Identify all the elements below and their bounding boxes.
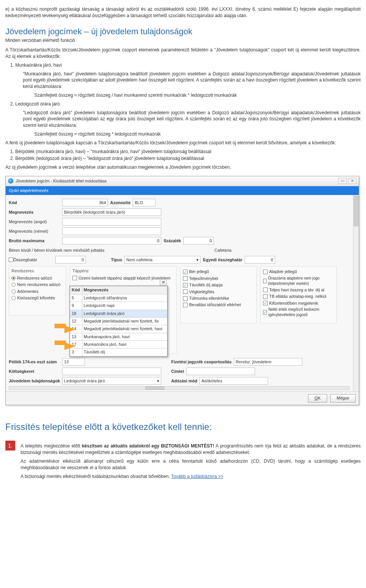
cancel-button[interactable]: Mégse — [330, 394, 356, 402]
section-heading-jovedelem: Jövedelem jogcímek – új jövedelem tulajd… — [5, 26, 361, 38]
paragraph-auto: Az új jövedelem jogcímek a verzió telepí… — [5, 164, 361, 171]
group-flags-2: Alapbér jellegű Óraszáma alapbérre nem j… — [260, 266, 337, 323]
checkbox-vegkielegites[interactable]: Végkielégítés — [183, 289, 254, 295]
field-egyedi[interactable]: 0 — [245, 256, 275, 264]
dialog-jovedelem-jogcim: Jövedelem jogcím - Kiválasztott tétel mó… — [5, 176, 359, 405]
kb-link[interactable]: Tovább a tudásbázisra >> — [171, 474, 223, 479]
restore-button[interactable]: ▭ — [338, 178, 347, 184]
vertical-scrollbar[interactable] — [353, 195, 359, 391]
dropdown-row[interactable]: 13Munkanapokra járó, havi — [70, 333, 167, 340]
item-body: "Ledolgozott órára járó" jövedelem tulaj… — [23, 110, 361, 129]
field-megnevezes-de[interactable] — [62, 227, 161, 235]
section-subtitle: Minden verzióban elérhető funkció — [5, 37, 361, 44]
label-fiz-csop: Fizetési jegyzék csoportosítás — [169, 359, 234, 365]
highlight-arrow-icon — [64, 342, 76, 350]
step-paragraph: A telepítés megkezdése előtt készítsen a… — [21, 443, 361, 456]
radio-adomentes[interactable]: Adómentes — [11, 289, 63, 294]
section-desc: A Törzskarbantartás/Közös törzsek/Jövede… — [5, 47, 361, 60]
checkbox-bevallasi[interactable]: Bevallási időszaktól eltérhet — [183, 302, 254, 308]
formula: Számfejtett összeg = rögzített összeg / … — [34, 92, 361, 99]
dropdown-col-megnevezes: Megnevezés — [82, 286, 167, 294]
label-jov-tulajdonsagok: Jövedelem tulajdonságok — [9, 378, 62, 384]
form-area: Kód 364 Azonosító BLO Megnevezés Bérpótl… — [6, 195, 353, 391]
label-cafeteria: Cafeteria — [214, 248, 231, 253]
titlebar: Jövedelem jogcím - Kiválasztott tétel mó… — [6, 176, 359, 186]
formula: Számfejtett összeg = rögzített összeg * … — [34, 131, 361, 137]
dropdown-row[interactable]: 12Megadott jelenlétadatnál nem fizetett,… — [70, 317, 167, 325]
field-koltsegkeret[interactable] — [62, 368, 161, 375]
field-tipus[interactable]: Nem cafeteria ▾ — [124, 256, 201, 264]
dropdown-row-selected[interactable]: 18Ledolgozott órára járó — [70, 310, 167, 317]
dropdown-col-kod: Kód — [70, 286, 82, 294]
label-tipus: Típus — [109, 257, 124, 263]
field-adozasi-mod[interactable]: Adóköteles — [199, 377, 268, 385]
field-megnevezes[interactable]: Bérpótlék (ledolgozott órára járó) — [62, 208, 161, 216]
dropdown-close-icon[interactable]: ✕ — [160, 279, 167, 285]
label-beren-kivuli: Béren kívüli / béren kívülinek nem minős… — [9, 248, 104, 253]
step-1: 1. A telepítés megkezdése előtt készítse… — [5, 441, 361, 482]
checkbox-osszeghatar[interactable] — [9, 257, 13, 262]
field-brutto-max[interactable]: 0 — [62, 237, 161, 244]
label-egyedi: Egyedi összeghatár — [201, 257, 244, 263]
field-cimlet[interactable] — [186, 368, 255, 375]
field-jov-tulajdonsagok[interactable]: Ledolgozott órára járó▾ — [62, 377, 161, 385]
field-potlek174[interactable]: 13 — [62, 358, 85, 366]
step-paragraph: Az adatmentéskor elkészült állományt cél… — [21, 458, 361, 471]
checkbox-kifizetendoben[interactable]: ✓Kifizetendőben megjelenik — [263, 300, 334, 306]
dropdown-jovedelem-tulajdonsag: ✕ Kód Megnevezés 5Ledolgozott időarányos… — [69, 286, 168, 357]
dropdown-row[interactable]: 17Munkaórákra járó, havi — [70, 341, 167, 348]
group-tappenz-header: Táppénz — [72, 268, 174, 274]
checkbox-teljesitmenyber[interactable]: Teljesítménybér — [183, 276, 254, 281]
radio-kisosszegu[interactable]: Kisösszegű kifizetés — [11, 295, 63, 301]
list-item: Munkaórákra járó, havi "Munkaórákra járó… — [15, 62, 361, 99]
field-kod[interactable]: 364 — [62, 199, 108, 206]
app-icon — [8, 178, 13, 184]
label-osszeghatar: Összeghatár — [13, 257, 55, 263]
highlight-arrow-icon — [64, 326, 76, 333]
dialog-footer: OK Mégse — [6, 391, 359, 404]
checkbox-alapber[interactable]: Alapbér jellegű — [263, 269, 334, 275]
group-flags-1: ✓Bér jellegű Teljesítménybér ✓Távolléti … — [180, 266, 257, 323]
list-item: Ledolgozott órára járó "Ledolgozott órár… — [15, 101, 361, 137]
dropdown-row[interactable]: 14Megadott jelenlétadatnál nem fizetett,… — [70, 325, 167, 333]
dropdown-row[interactable]: 3Távolléti díj — [70, 348, 167, 356]
field-azonosito[interactable]: BLO — [133, 199, 156, 206]
checkbox-tulmunka[interactable]: Túlmunka ellenértéke — [183, 296, 254, 301]
dropdown-row[interactable]: 5Ledolgozott időarányos — [70, 294, 167, 302]
checkbox-tavolleti-alap[interactable]: ✓Távolléti díj alapja — [183, 282, 254, 288]
dropdown-row[interactable]: 9Ledolgozott napi — [70, 302, 167, 310]
label-potlek174: Pótlék 174-es oszt szám — [9, 359, 62, 365]
field-osszeghatar[interactable]: 0 — [55, 256, 86, 264]
label-adozasi-mod: Adózási mód — [169, 378, 199, 384]
label-cimlet: Címlet — [169, 369, 186, 374]
dropdown-table: Kód Megnevezés 5Ledolgozott időarányos 9… — [70, 286, 167, 356]
label-azonosito: Azonosító — [108, 200, 133, 206]
group-rendszeres: Rendszeres Rendszeres adózó Nem rendszer… — [9, 266, 66, 316]
checkbox-netto-megorzo[interactable]: ✓Nettó érték megőrző kedvezm igénybevéte… — [263, 307, 334, 318]
checkbox-tb-ellatas[interactable]: TB ellátás adóalap-kieg. nélkül — [263, 294, 334, 299]
field-megnevezes-en[interactable] — [62, 218, 161, 225]
ok-button[interactable]: OK — [308, 394, 327, 402]
section-banner: Gyári alapértelmezés — [6, 186, 359, 195]
checkbox-ber-jellegu[interactable]: ✓Bér jellegű — [183, 269, 254, 275]
list-item: Bérpótlék (munkaórákra járó, havi) – "mu… — [15, 149, 361, 155]
checkbox-uzemi-baleseti[interactable]: Üzemi baleseti táppénz alapját képező jö… — [72, 275, 174, 281]
checkbox-oraszama[interactable]: Óraszáma alapbérre nem jogo (teljesítmén… — [263, 276, 334, 286]
section-heading-install: Frissítés telepítése előtt a következőke… — [5, 420, 361, 433]
horizontal-scrollbar[interactable] — [9, 386, 350, 390]
label-szazalek: Százalék — [161, 238, 183, 244]
label-kod: Kód — [9, 200, 62, 206]
radio-rendszeres-adozo[interactable]: Rendszeres adózó — [11, 275, 63, 281]
field-fiz-csop[interactable]: Rendsz. jövedelem — [234, 358, 302, 366]
label-megnevezes-en: Megnevezés (angol) — [9, 219, 62, 225]
new-elements-list: Munkaórákra járó, havi "Munkaórákra járó… — [15, 62, 361, 137]
intro-paragraph: e) a közhasznú nonprofit gazdasági társa… — [5, 6, 361, 19]
close-button[interactable]: ✕ — [348, 178, 356, 184]
field-szazalek[interactable]: 0 — [183, 237, 214, 244]
item-title: Munkaórákra járó, havi — [15, 62, 62, 68]
checkbox-teljes-havi[interactable]: Teljes havi összeg a táv. díj al — [263, 287, 334, 293]
label-koltsegkeret: Költségkeret — [9, 369, 62, 374]
paragraph-after: A fenti új jövedelem tulajdonságok kapcs… — [5, 140, 361, 146]
step-number-badge: 1. — [5, 441, 15, 451]
radio-nem-rendszeres[interactable]: Nem rendszeres adózó — [11, 282, 63, 288]
